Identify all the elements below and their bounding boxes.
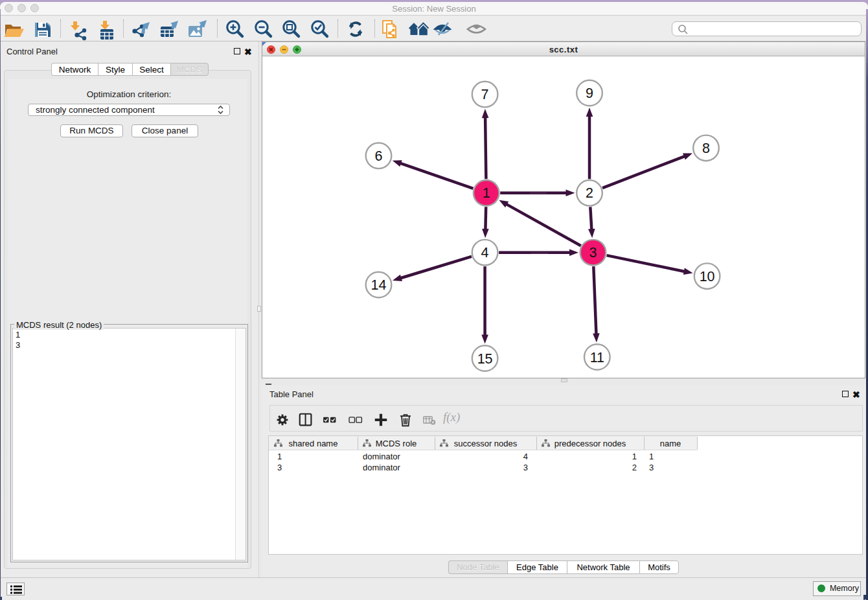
- svg-text:6: 6: [375, 148, 383, 164]
- svg-text:10: 10: [700, 269, 715, 284]
- svg-text:11: 11: [590, 350, 604, 365]
- svg-text:4: 4: [481, 245, 489, 260]
- svg-text:7: 7: [481, 87, 489, 102]
- svg-text:3: 3: [589, 245, 597, 260]
- svg-text:14: 14: [371, 277, 387, 293]
- svg-text:9: 9: [586, 86, 593, 101]
- svg-text:15: 15: [477, 351, 493, 367]
- svg-text:8: 8: [702, 141, 710, 156]
- svg-text:2: 2: [586, 185, 593, 201]
- svg-text:1: 1: [483, 185, 490, 201]
